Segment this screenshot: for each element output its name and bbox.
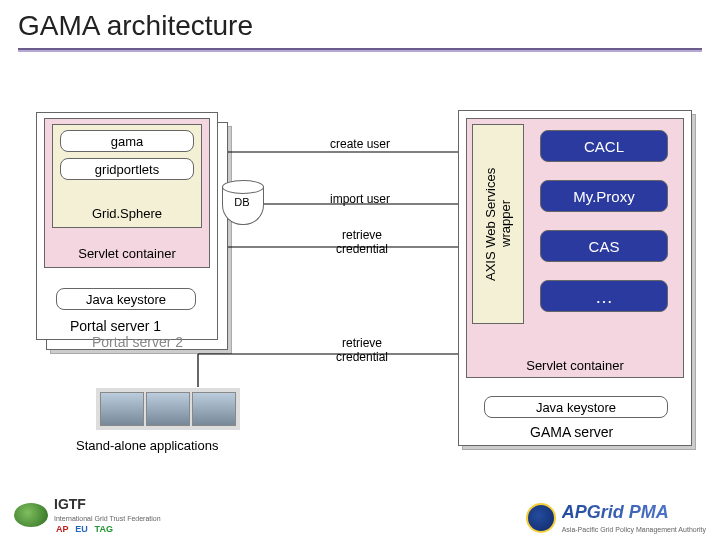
ap-tag: AP <box>54 524 71 534</box>
gama-server-label: GAMA server <box>530 424 613 440</box>
import-user-label: import user <box>330 192 390 206</box>
gridsphere-label: Grid.Sphere <box>92 206 162 221</box>
dots-box: … <box>540 280 668 312</box>
dots-label: … <box>595 287 613 307</box>
keystore-right-box: Java keystore <box>484 396 668 418</box>
globe-icon <box>14 503 48 527</box>
globe2-icon <box>526 503 556 533</box>
apgrid-text: APGrid PMA <box>562 502 669 522</box>
keystore-right-label: Java keystore <box>536 400 616 415</box>
cas-label: CAS <box>589 238 620 255</box>
keystore-left-label: Java keystore <box>86 292 166 307</box>
portal1-label: Portal server 1 <box>70 318 161 334</box>
tag-tag: TAG <box>93 524 115 534</box>
apgrid-sub: Asia-Pacific Grid Policy Management Auth… <box>562 526 706 533</box>
servlet-left-label: Servlet container <box>78 246 176 261</box>
eu-tag: EU <box>73 524 90 534</box>
cacl-label: CACL <box>584 138 624 155</box>
footer: IGTF International Grid Trust Federation… <box>14 496 706 534</box>
gama-box: gama <box>60 130 194 152</box>
db-icon: DB <box>222 180 262 230</box>
igtf-sub: International Grid Trust Federation <box>54 515 161 522</box>
servlet-right-label: Servlet container <box>526 358 624 373</box>
igtf-logo: IGTF International Grid Trust Federation… <box>14 496 161 534</box>
cacl-box: CACL <box>540 130 668 162</box>
diagram-canvas: Servlet container Grid.Sphere gridportle… <box>0 52 720 492</box>
gridportlets-label: gridportlets <box>95 162 159 177</box>
retrieve-cred-2: retrieve credential <box>336 336 388 364</box>
db-label: DB <box>222 196 262 208</box>
keystore-left-box: Java keystore <box>56 288 196 310</box>
gama-label: gama <box>111 134 144 149</box>
gridportlets-box: gridportlets <box>60 158 194 180</box>
myproxy-box: My.Proxy <box>540 180 668 212</box>
axis-wrapper-label: AXIS Web Services wrapper <box>473 125 523 323</box>
retrieve-cred-1: retrieve credential <box>336 228 388 256</box>
portal2-label: Portal server 2 <box>92 334 183 350</box>
standalone-apps-label: Stand-alone applications <box>76 438 218 453</box>
axis-wrapper-box: AXIS Web Services wrapper <box>472 124 524 324</box>
standalone-apps-image <box>96 388 240 430</box>
igtf-text: IGTF <box>54 496 86 512</box>
page-title: GAMA architecture <box>0 0 720 48</box>
apgrid-logo: APGrid PMA Asia-Pacific Grid Policy Mana… <box>526 502 706 534</box>
create-user-label: create user <box>330 137 390 151</box>
myproxy-label: My.Proxy <box>573 188 634 205</box>
cas-box: CAS <box>540 230 668 262</box>
